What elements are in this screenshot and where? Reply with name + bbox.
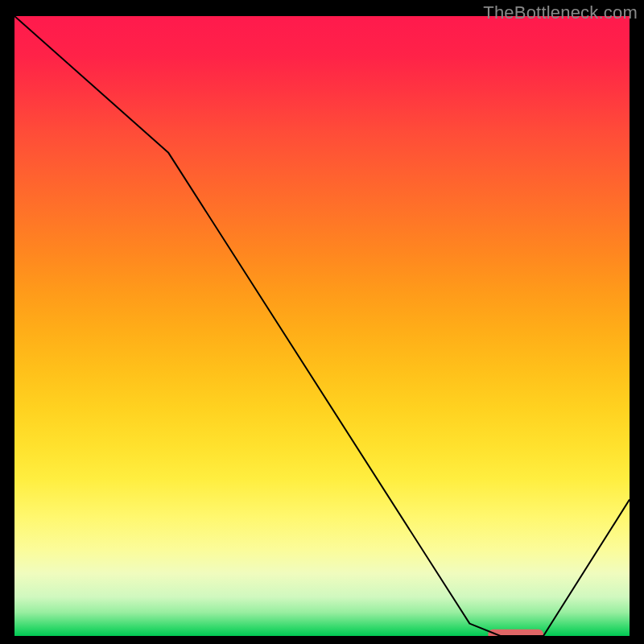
bottleneck-chart (14, 16, 630, 636)
gradient-background (14, 16, 630, 636)
watermark-text: TheBottleneck.com (483, 2, 638, 23)
chart-container: TheBottleneck.com (0, 0, 644, 644)
